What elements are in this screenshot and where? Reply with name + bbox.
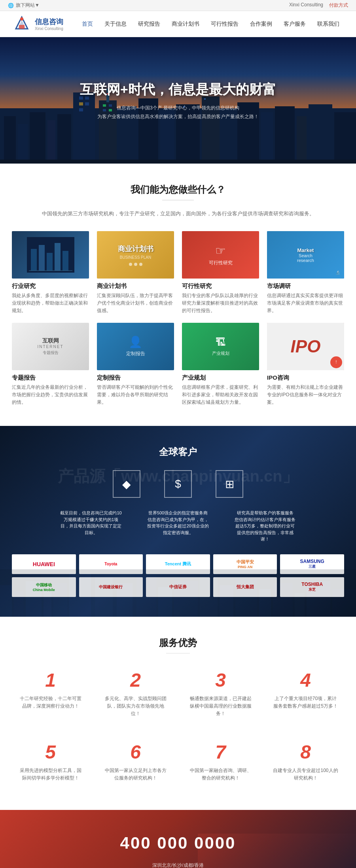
advantage-item-7: 7 中国第一家融合咨询、调研、整合的研究机构！ [182, 733, 259, 790]
service-desc-custom: 管否调研客户不可能解的到的个性化需要，难以符合各甲所期的研究结果。 [97, 384, 174, 407]
svg-rect-64 [332, 589, 356, 617]
clients-icon-item-diamond: ◆ [113, 470, 140, 502]
svg-rect-50 [53, 583, 67, 617]
advantage-desc-2: 多元化、高学、实战型顾问团队，团队实力在市场领先地位！ [103, 695, 168, 718]
client-stat-1: 截至目前，信息咨询已完成约10万规模通过千赚大奖约的1项目，并且每方面国内实现了… [59, 510, 123, 542]
logo-en: Xinxi Consulting [35, 26, 63, 31]
advantage-item-8: 8 自建专业人员专业超过100人的研究机构！ [267, 733, 344, 790]
service-item-special: 互联网 INTERNET 专题报告 专题报告 汇集近几年的业务最新的行业分析，市… [12, 323, 89, 407]
advantage-desc-1: 十二年研究经验，十二年可置品牌，深度洞察行业动力！ [18, 695, 83, 710]
advantage-num-7: 7 [188, 741, 253, 763]
client-stat-2: 世界500强企业的指定密服务商信息咨询已成为客户为甲，在，投资等行业众多超过20… [146, 510, 210, 542]
contact-phone: 400 000 0000 [12, 834, 344, 853]
client-stats: 截至目前，信息咨询已完成约10万规模通过千赚大奖约的1项目，并且每方面国内实现了… [12, 510, 344, 542]
service-desc-feasibility: 我们专业的客户队队以及雄厚的行业研究力量深度解析项目推进对的高效的可行性报告。 [182, 292, 259, 315]
svg-rect-46 [0, 585, 12, 617]
header: 信息咨询 Xinxi Consulting 首页 关于信息 研究报告 商业计划书… [0, 11, 356, 37]
service-desc-market: 信息调研通过真实买卖客提供更详细市场满足客户展业调查市场的真实世界。 [267, 292, 344, 315]
advantage-item-3: 3 畅通数据来源渠道，已开建起纵横中国最高理的行业数据服务！ [182, 661, 259, 726]
service-name-ipo: IPO咨询 [267, 374, 344, 382]
services-title: 我们能为您做些什么？ [12, 183, 344, 196]
clients-section: 全球客户 产品源「www.chanpinyuan.cn」 ◆ $ ⊞ 截至目前，… [0, 426, 356, 617]
hero-section: 互联网+时代，信息是最大的财富 信息咨询—中国3个产 最研究中心，中甲领先的信息… [0, 37, 356, 164]
svg-rect-60 [259, 589, 271, 617]
client-icon-box-building: ⊞ [216, 470, 243, 498]
service-img-feasibility: ☞ 可行性研究 [182, 231, 259, 279]
client-icon-box-dollar: $ [164, 470, 192, 498]
svg-rect-61 [273, 583, 293, 617]
logo-cn: 信息咨询 [35, 17, 63, 26]
service-item-industry: 行业研究 我处从多角度、多层度的视察解读行业现状和趋势，帮助做出正确决策和规划。 [12, 231, 89, 315]
clients-icon-item-building: ⊞ [216, 470, 243, 502]
advantage-desc-5: 采用先进的模型分析工具，国际间切学科多学分析模型！ [18, 767, 83, 782]
services-subtitle: 中国领先的第三方市场研究机构，专注于产业研究，立足国内，面向国外，为各行业客户提… [12, 210, 344, 217]
svg-rect-47 [14, 591, 24, 617]
hero-content: 互联网+时代，信息是最大的财富 信息咨询—中国3个产 最研究中心，中甲领先的信息… [0, 37, 356, 164]
svg-rect-39 [31, 249, 37, 271]
advantages-divider [166, 653, 190, 653]
svg-rect-58 [220, 585, 233, 617]
client-stat-3: 研究高是帮助客户的客服服务您信咨询计约估计客户库有服务超达5万多，整处制理的行业… [233, 510, 297, 542]
advantage-item-1: 1 十二年研究经验，十二年可置品牌，深度洞察行业动力！ [12, 661, 89, 726]
service-name-market: 市场调研 [267, 282, 344, 290]
advantages-section: 服务优势 1 十二年研究经验，十二年可置品牌，深度洞察行业动力！ 2 多元化、高… [0, 617, 356, 810]
nav-research[interactable]: 研究报告 [133, 19, 165, 30]
main-nav: 首页 关于信息 研究报告 商业计划书 可行性报告 合作案例 客户服务 联系我们 [77, 19, 344, 30]
service-img-market: Market Search research 🔬 [267, 231, 344, 279]
contact-locations: 深圳北京/长沙/成都/香港 [12, 860, 344, 868]
top-bar: 🌐 旗下网站▼ Xinxi Consulting 付款方式 [0, 0, 356, 11]
service-name-special: 专题报告 [12, 374, 89, 382]
service-name-custom: 定制报告 [97, 374, 174, 382]
nav-home[interactable]: 首页 [77, 19, 98, 30]
nav-contact[interactable]: 联系我们 [312, 19, 344, 30]
advantage-num-8: 8 [273, 741, 338, 763]
service-item-ipo: IPO ! IPO咨询 为需要、有精力和法规上市企业建善专业的IPO信息服务和一… [267, 323, 344, 407]
svg-point-3 [20, 17, 23, 21]
logo-icon [12, 15, 32, 33]
client-icon-box-diamond: ◆ [113, 470, 140, 498]
svg-rect-57 [200, 573, 218, 617]
advantage-num-5: 5 [18, 741, 83, 763]
nav-about[interactable]: 关于信息 [100, 19, 131, 30]
contact-address: 深圳北京/长沙/成都/香港 华南地区总售售总，深圳市宝安区XXXXXXXXXXX… [12, 860, 344, 868]
nav-cases[interactable]: 合作案例 [245, 19, 277, 30]
svg-rect-54 [136, 575, 156, 617]
nav-feasibility[interactable]: 可行性报告 [206, 19, 243, 30]
advantage-num-3: 3 [188, 669, 253, 691]
pay-link[interactable]: 付款方式 [329, 2, 348, 9]
svg-rect-48 [26, 581, 42, 617]
service-item-market: Market Search research 🔬 市场调研 信息调研通过真实买卖… [267, 231, 344, 315]
advantage-num-2: 2 [103, 669, 168, 691]
sub-sites-label[interactable]: 旗下网站▼ [16, 2, 40, 9]
svg-rect-2 [19, 25, 25, 29]
advantage-num-6: 6 [103, 741, 168, 763]
advantage-item-5: 5 采用先进的模型分析工具，国际间切学科多学分析模型！ [12, 733, 89, 790]
hero-subtitle1: 信息咨询—中国3个产 最研究中心，中甲领先的信息研机构 [117, 105, 239, 111]
hero-subtitle2: 为客户业客诶供供信息高水准的解决方案，抬高提高质的客户产量成长之路！ [97, 113, 259, 120]
svg-rect-43 [62, 251, 68, 271]
advantage-item-6: 6 中国第一家从立足列上市各方位服务的研究机构！ [97, 733, 174, 790]
hero-title: 互联网+时代，信息是最大的财富 [80, 81, 276, 99]
service-desc-special: 汇集近几年的业务最新的行业分析，市场把握行业趋势，宝贵供的信发展的情。 [12, 384, 89, 407]
advantages-title: 服务优势 [12, 636, 344, 649]
nav-service[interactable]: 客户服务 [279, 19, 311, 30]
nav-business[interactable]: 商业计划书 [167, 19, 204, 30]
svg-rect-55 [158, 587, 172, 617]
service-item-business: 商业计划书 BUSINESS PLAN 商业计划书 汇集资深顾问队伍，致力于提高… [97, 231, 174, 315]
clients-bg-cityscape [0, 569, 356, 617]
svg-rect-51 [69, 573, 91, 617]
svg-rect-42 [55, 243, 61, 271]
advantage-desc-7: 中国第一家融合咨询、调研、整合的研究机构！ [188, 767, 253, 782]
svg-rect-63 [307, 581, 330, 617]
service-name-feasibility: 可行性研究 [182, 282, 259, 290]
advantage-desc-8: 自建专业人员专业超过100人的研究机构！ [273, 767, 338, 782]
consulting-link[interactable]: Xinxi Consulting [289, 2, 323, 9]
advantage-num-4: 4 [273, 669, 338, 691]
svg-rect-40 [39, 245, 45, 271]
advantage-num-1: 1 [18, 669, 83, 691]
services-grid: 行业研究 我处从多角度、多层度的视察解读行业现状和趋势，帮助做出正确决策和规划。… [12, 231, 344, 406]
advantage-desc-4: 上了个重大项目经70项，累计服务套数客户感谢超过5万多！ [273, 695, 338, 710]
advantage-desc-3: 畅通数据来源渠道，已开建起纵横中国最高理的行业数据服务！ [188, 695, 253, 718]
service-img-ipo: IPO ! [267, 323, 344, 370]
advantages-grid: 1 十二年研究经验，十二年可置品牌，深度洞察行业动力！ 2 多元化、高学、实战型… [12, 661, 344, 790]
